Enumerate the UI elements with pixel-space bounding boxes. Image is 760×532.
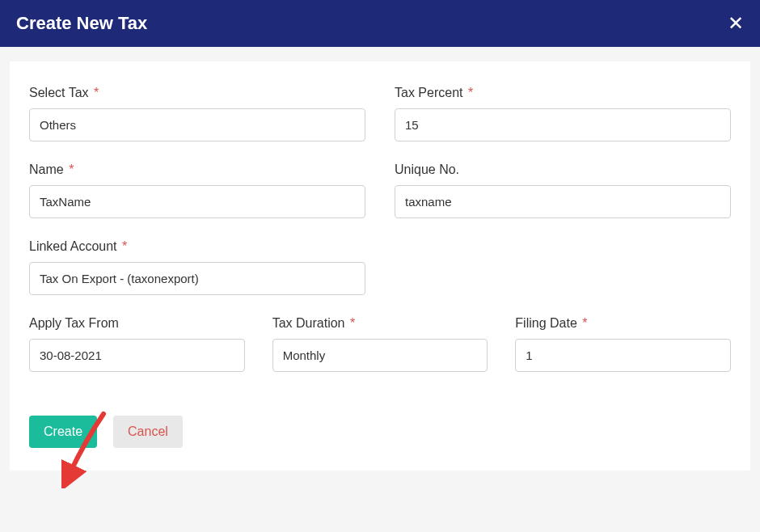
unique-no-label: Unique No.: [395, 163, 731, 177]
name-label: Name *: [29, 163, 365, 177]
select-tax-input[interactable]: [29, 108, 365, 141]
modal-body: Select Tax * Tax Percent * Name *: [10, 61, 750, 471]
cancel-button[interactable]: Cancel: [113, 416, 183, 448]
modal-header: Create New Tax ✕: [0, 0, 760, 47]
linked-account-input[interactable]: [29, 262, 365, 295]
filing-date-input[interactable]: [515, 339, 731, 372]
apply-tax-from-input[interactable]: [29, 339, 245, 372]
unique-no-input[interactable]: [395, 185, 731, 218]
linked-account-label: Linked Account *: [29, 239, 365, 254]
select-tax-label: Select Tax *: [29, 86, 365, 100]
close-icon[interactable]: ✕: [728, 14, 744, 33]
tax-percent-label: Tax Percent *: [395, 86, 731, 100]
create-button[interactable]: Create: [29, 416, 97, 448]
apply-tax-from-label: Apply Tax From: [29, 316, 245, 331]
tax-duration-label: Tax Duration *: [272, 316, 488, 331]
tax-duration-input[interactable]: [272, 339, 488, 372]
modal-title: Create New Tax: [16, 13, 147, 34]
name-input[interactable]: [29, 185, 365, 218]
tax-percent-input[interactable]: [395, 108, 731, 141]
filing-date-label: Filing Date *: [515, 316, 731, 331]
